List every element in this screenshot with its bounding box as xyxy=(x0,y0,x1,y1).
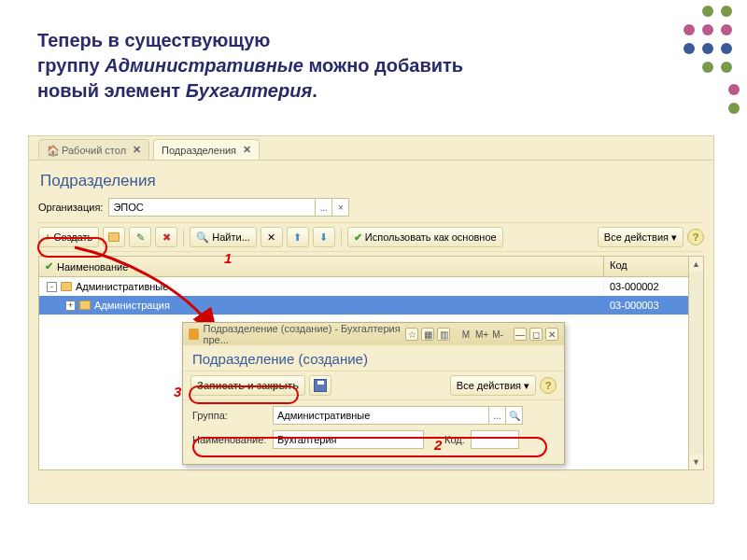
chevron-down-icon: ▾ xyxy=(671,231,677,244)
tree-toggle[interactable]: - xyxy=(47,282,57,292)
minimize-button[interactable]: — xyxy=(514,328,527,341)
floppy-icon xyxy=(314,379,327,392)
slide-decoration-dots xyxy=(626,0,747,126)
save-close-label: Записать и закрыть xyxy=(197,380,299,391)
org-input-wrap: ... × xyxy=(108,198,349,217)
panel-title: Подразделения xyxy=(38,166,704,198)
create-button[interactable]: + Создать xyxy=(38,227,99,247)
close-icon[interactable]: ✕ xyxy=(243,144,251,156)
tab-desktop[interactable]: 🏠 Рабочий стол ✕ xyxy=(38,139,149,160)
pencil-icon: ✎ xyxy=(136,231,145,244)
mark-3: 3 xyxy=(174,384,181,399)
close-button[interactable]: ✕ xyxy=(545,328,558,341)
desktop-icon: 🏠 xyxy=(47,145,58,156)
delete-icon: ✖ xyxy=(162,231,171,244)
dialog-create-division: Подразделение (создание) - Бухгалтерия п… xyxy=(182,322,565,465)
dialog-toolbar: Записать и закрыть Все действия ▾ ? xyxy=(183,371,564,400)
delete-button[interactable]: ✖ xyxy=(155,227,177,247)
use-main-button[interactable]: ✔ Использовать как основное xyxy=(347,227,503,247)
name-input[interactable] xyxy=(274,431,423,448)
move-down-button[interactable]: ⬇ xyxy=(313,227,335,247)
check-icon: ✔ xyxy=(354,231,362,244)
group-row: Группа: ... 🔍 xyxy=(192,406,555,425)
tab-label: Подразделения xyxy=(162,145,236,156)
group-label: Группа: xyxy=(192,410,267,421)
folder-icon xyxy=(79,301,91,310)
save-close-button[interactable]: Записать и закрыть xyxy=(190,375,305,396)
group-open-button[interactable]: 🔍 xyxy=(505,407,522,424)
help-button[interactable]: ? xyxy=(540,377,557,394)
use-main-label: Использовать как основное xyxy=(365,231,497,243)
org-label: Организация: xyxy=(38,202,103,213)
maximize-button[interactable]: ◻ xyxy=(529,328,543,341)
tree-toggle[interactable]: + xyxy=(65,301,76,311)
scroll-down[interactable]: ▼ xyxy=(689,455,703,469)
mem-mplus[interactable]: M+ xyxy=(475,328,488,341)
plus-icon: + xyxy=(45,231,50,243)
tab-bar: 🏠 Рабочий стол ✕ Подразделения ✕ xyxy=(29,136,713,161)
clear-icon: ✕ xyxy=(267,231,275,244)
mark-1: 1 xyxy=(224,250,232,266)
org-clear-button[interactable]: × xyxy=(331,199,348,216)
separator xyxy=(183,229,184,245)
table-row[interactable]: - Административные 03-000002 xyxy=(39,277,688,296)
separator xyxy=(341,229,342,245)
table-row[interactable]: + Администрация 03-000003 xyxy=(39,296,688,315)
slide-title: Теперь в существующую группу Администрат… xyxy=(37,28,504,104)
up-icon: ⬆ xyxy=(293,231,302,244)
down-icon: ⬇ xyxy=(319,231,328,244)
edit-button[interactable]: ✎ xyxy=(129,227,151,247)
group-input-wrap: ... 🔍 xyxy=(273,406,523,425)
fav-icon[interactable]: ☆ xyxy=(405,328,418,341)
dialog-title-text: Подразделение (создание) - Бухгалтерия п… xyxy=(204,323,402,345)
all-actions-label: Все действия xyxy=(457,380,521,391)
name-input-wrap xyxy=(273,430,424,449)
check-icon: ✔ xyxy=(45,260,53,273)
org-input[interactable] xyxy=(109,199,315,216)
org-row: Организация: ... × xyxy=(38,198,704,217)
row-code: 03-000002 xyxy=(604,281,688,292)
all-actions-button[interactable]: Все действия ▾ xyxy=(450,375,536,396)
col-name-header[interactable]: ✔ Наименование xyxy=(39,257,604,276)
group-select-button[interactable]: ... xyxy=(488,407,505,424)
move-up-button[interactable]: ⬆ xyxy=(287,227,309,247)
tab-label: Рабочий стол xyxy=(62,145,126,156)
save-button[interactable] xyxy=(309,375,331,396)
all-actions-button[interactable]: Все действия ▾ xyxy=(598,227,684,247)
dialog-body: Группа: ... 🔍 Наименование: Код: xyxy=(183,400,564,464)
all-actions-label: Все действия xyxy=(604,231,669,243)
folder-icon xyxy=(108,232,120,242)
code-input-wrap xyxy=(471,430,519,449)
code-label: Код: xyxy=(444,434,465,445)
scrollbar[interactable]: ▲ ▼ xyxy=(688,257,703,469)
name-label: Наименование: xyxy=(192,434,267,445)
row-name: Административные xyxy=(76,281,168,292)
dialog-heading: Подразделение (создание) xyxy=(183,345,564,371)
help-button[interactable]: ? xyxy=(687,229,704,245)
folder-icon xyxy=(61,282,72,291)
find-button[interactable]: 🔍 Найти... xyxy=(190,227,257,247)
dialog-titlebar[interactable]: Подразделение (создание) - Бухгалтерия п… xyxy=(183,323,564,345)
calc-icon[interactable]: ▦ xyxy=(421,328,434,341)
chevron-down-icon: ▾ xyxy=(524,380,529,392)
magnifier-icon: 🔍 xyxy=(196,231,209,244)
row-code: 03-000003 xyxy=(604,300,688,311)
scroll-up[interactable]: ▲ xyxy=(689,257,703,272)
mark-2: 2 xyxy=(434,437,442,453)
mem-m[interactable]: M xyxy=(459,328,472,341)
col-name-label: Наименование xyxy=(57,261,128,273)
find-label: Найти... xyxy=(212,231,250,243)
create-label: Создать xyxy=(53,231,92,243)
mem-mminus[interactable]: M- xyxy=(491,328,504,341)
toolbar: + Создать ✎ ✖ 🔍 Найти... ✕ ⬆ ⬇ ✔ Использ… xyxy=(38,222,704,252)
code-input[interactable] xyxy=(472,431,518,448)
name-row: Наименование: Код: xyxy=(192,430,555,449)
tab-divisions[interactable]: Подразделения ✕ xyxy=(153,139,260,160)
calendar-icon[interactable]: ▥ xyxy=(437,328,450,341)
create-folder-button[interactable] xyxy=(103,227,125,247)
org-select-button[interactable]: ... xyxy=(315,199,331,216)
group-input[interactable] xyxy=(274,407,488,424)
col-code-header[interactable]: Код xyxy=(604,257,688,276)
close-icon[interactable]: ✕ xyxy=(133,144,141,156)
find-clear-button[interactable]: ✕ xyxy=(261,227,283,247)
